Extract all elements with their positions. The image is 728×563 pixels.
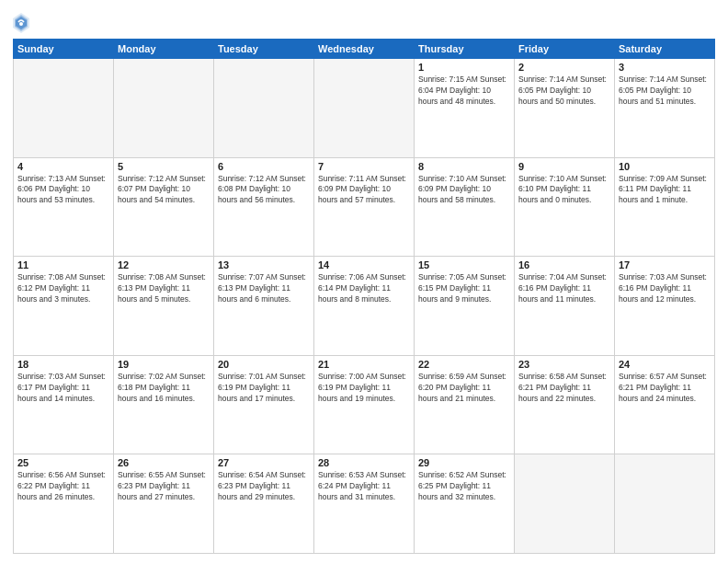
- calendar-header-monday: Monday: [114, 40, 214, 59]
- day-content: Sunrise: 6:52 AM Sunset: 6:25 PM Dayligh…: [418, 470, 510, 503]
- day-number: 12: [118, 259, 210, 270]
- day-content: Sunrise: 7:00 AM Sunset: 6:19 PM Dayligh…: [318, 372, 410, 405]
- day-content: Sunrise: 6:53 AM Sunset: 6:24 PM Dayligh…: [318, 470, 410, 503]
- page: SundayMondayTuesdayWednesdayThursdayFrid…: [0, 0, 728, 563]
- calendar-header-sunday: Sunday: [14, 40, 114, 59]
- day-content: Sunrise: 6:56 AM Sunset: 6:22 PM Dayligh…: [17, 470, 109, 503]
- calendar-cell: [515, 454, 615, 554]
- day-number: 24: [619, 359, 711, 370]
- calendar-cell: 1Sunrise: 7:15 AM Sunset: 6:04 PM Daylig…: [415, 59, 515, 158]
- calendar-week-3: 11Sunrise: 7:08 AM Sunset: 6:12 PM Dayli…: [14, 257, 715, 356]
- day-content: Sunrise: 7:10 AM Sunset: 6:10 PM Dayligh…: [518, 174, 610, 207]
- day-number: 9: [518, 161, 610, 172]
- day-content: Sunrise: 7:08 AM Sunset: 6:13 PM Dayligh…: [118, 272, 210, 305]
- calendar-header-row: SundayMondayTuesdayWednesdayThursdayFrid…: [14, 40, 715, 59]
- calendar-cell: 22Sunrise: 6:59 AM Sunset: 6:20 PM Dayli…: [415, 355, 515, 454]
- day-number: 25: [17, 457, 109, 468]
- day-content: Sunrise: 6:59 AM Sunset: 6:20 PM Dayligh…: [418, 372, 510, 405]
- day-number: 15: [418, 259, 510, 270]
- day-content: Sunrise: 7:07 AM Sunset: 6:13 PM Dayligh…: [218, 272, 310, 305]
- calendar-cell: 26Sunrise: 6:55 AM Sunset: 6:23 PM Dayli…: [114, 454, 214, 554]
- calendar-cell: 28Sunrise: 6:53 AM Sunset: 6:24 PM Dayli…: [314, 454, 415, 554]
- day-content: Sunrise: 7:12 AM Sunset: 6:07 PM Dayligh…: [118, 174, 210, 207]
- day-number: 28: [318, 457, 410, 468]
- calendar-cell: 18Sunrise: 7:03 AM Sunset: 6:17 PM Dayli…: [14, 355, 114, 454]
- calendar-cell: 4Sunrise: 7:13 AM Sunset: 6:06 PM Daylig…: [14, 157, 114, 257]
- day-number: 5: [118, 161, 210, 172]
- calendar-cell: 20Sunrise: 7:01 AM Sunset: 6:19 PM Dayli…: [214, 355, 314, 454]
- calendar-cell: 3Sunrise: 7:14 AM Sunset: 6:05 PM Daylig…: [615, 59, 715, 158]
- day-number: 21: [318, 359, 410, 370]
- day-number: 7: [318, 161, 410, 172]
- day-content: Sunrise: 7:14 AM Sunset: 6:05 PM Dayligh…: [518, 75, 610, 108]
- day-content: Sunrise: 7:03 AM Sunset: 6:17 PM Dayligh…: [17, 372, 109, 405]
- calendar-table: SundayMondayTuesdayWednesdayThursdayFrid…: [13, 39, 715, 554]
- day-content: Sunrise: 7:06 AM Sunset: 6:14 PM Dayligh…: [318, 272, 410, 305]
- day-content: Sunrise: 7:03 AM Sunset: 6:16 PM Dayligh…: [619, 272, 711, 305]
- calendar-header-friday: Friday: [515, 40, 615, 59]
- calendar-header-thursday: Thursday: [415, 40, 515, 59]
- day-number: 11: [17, 259, 109, 270]
- day-content: Sunrise: 7:09 AM Sunset: 6:11 PM Dayligh…: [619, 174, 711, 207]
- day-number: 18: [17, 359, 109, 370]
- header: [13, 9, 715, 33]
- calendar-header-saturday: Saturday: [615, 40, 715, 59]
- day-content: Sunrise: 7:13 AM Sunset: 6:06 PM Dayligh…: [17, 174, 109, 207]
- day-number: 20: [218, 359, 310, 370]
- day-number: 10: [619, 161, 711, 172]
- day-content: Sunrise: 7:05 AM Sunset: 6:15 PM Dayligh…: [418, 272, 510, 305]
- calendar-cell: 13Sunrise: 7:07 AM Sunset: 6:13 PM Dayli…: [214, 257, 314, 356]
- calendar-cell: 5Sunrise: 7:12 AM Sunset: 6:07 PM Daylig…: [114, 157, 214, 257]
- calendar-cell: 11Sunrise: 7:08 AM Sunset: 6:12 PM Dayli…: [14, 257, 114, 356]
- calendar-cell: 19Sunrise: 7:02 AM Sunset: 6:18 PM Dayli…: [114, 355, 214, 454]
- day-number: 14: [318, 259, 410, 270]
- calendar-week-1: 1Sunrise: 7:15 AM Sunset: 6:04 PM Daylig…: [14, 59, 715, 158]
- day-number: 1: [418, 62, 510, 73]
- logo-icon: [13, 13, 29, 33]
- calendar-cell: [214, 59, 314, 158]
- logo: [13, 13, 33, 33]
- day-content: Sunrise: 6:58 AM Sunset: 6:21 PM Dayligh…: [518, 372, 610, 405]
- day-content: Sunrise: 7:12 AM Sunset: 6:08 PM Dayligh…: [218, 174, 310, 207]
- day-number: 16: [518, 259, 610, 270]
- day-number: 19: [118, 359, 210, 370]
- calendar-week-5: 25Sunrise: 6:56 AM Sunset: 6:22 PM Dayli…: [14, 454, 715, 554]
- day-content: Sunrise: 7:02 AM Sunset: 6:18 PM Dayligh…: [118, 372, 210, 405]
- day-number: 2: [518, 62, 610, 73]
- calendar-cell: 21Sunrise: 7:00 AM Sunset: 6:19 PM Dayli…: [314, 355, 415, 454]
- calendar-cell: 24Sunrise: 6:57 AM Sunset: 6:21 PM Dayli…: [615, 355, 715, 454]
- day-content: Sunrise: 7:14 AM Sunset: 6:05 PM Dayligh…: [619, 75, 711, 108]
- day-number: 23: [518, 359, 610, 370]
- svg-point-2: [19, 22, 23, 26]
- day-content: Sunrise: 7:15 AM Sunset: 6:04 PM Dayligh…: [418, 75, 510, 108]
- calendar-cell: 8Sunrise: 7:10 AM Sunset: 6:09 PM Daylig…: [415, 157, 515, 257]
- calendar-header-wednesday: Wednesday: [314, 40, 415, 59]
- calendar-cell: 2Sunrise: 7:14 AM Sunset: 6:05 PM Daylig…: [515, 59, 615, 158]
- day-content: Sunrise: 6:54 AM Sunset: 6:23 PM Dayligh…: [218, 470, 310, 503]
- day-number: 4: [17, 161, 109, 172]
- calendar-cell: 6Sunrise: 7:12 AM Sunset: 6:08 PM Daylig…: [214, 157, 314, 257]
- calendar-cell: 9Sunrise: 7:10 AM Sunset: 6:10 PM Daylig…: [515, 157, 615, 257]
- day-number: 6: [218, 161, 310, 172]
- calendar-cell: 25Sunrise: 6:56 AM Sunset: 6:22 PM Dayli…: [14, 454, 114, 554]
- calendar-cell: 27Sunrise: 6:54 AM Sunset: 6:23 PM Dayli…: [214, 454, 314, 554]
- calendar-week-4: 18Sunrise: 7:03 AM Sunset: 6:17 PM Dayli…: [14, 355, 715, 454]
- calendar-header-tuesday: Tuesday: [214, 40, 314, 59]
- calendar-cell: [615, 454, 715, 554]
- calendar-cell: 7Sunrise: 7:11 AM Sunset: 6:09 PM Daylig…: [314, 157, 415, 257]
- day-content: Sunrise: 6:57 AM Sunset: 6:21 PM Dayligh…: [619, 372, 711, 405]
- calendar-cell: [314, 59, 415, 158]
- day-number: 8: [418, 161, 510, 172]
- calendar-cell: [114, 59, 214, 158]
- calendar-cell: 17Sunrise: 7:03 AM Sunset: 6:16 PM Dayli…: [615, 257, 715, 356]
- calendar-cell: 16Sunrise: 7:04 AM Sunset: 6:16 PM Dayli…: [515, 257, 615, 356]
- calendar-cell: 12Sunrise: 7:08 AM Sunset: 6:13 PM Dayli…: [114, 257, 214, 356]
- day-content: Sunrise: 6:55 AM Sunset: 6:23 PM Dayligh…: [118, 470, 210, 503]
- day-content: Sunrise: 7:01 AM Sunset: 6:19 PM Dayligh…: [218, 372, 310, 405]
- day-content: Sunrise: 7:11 AM Sunset: 6:09 PM Dayligh…: [318, 174, 410, 207]
- day-content: Sunrise: 7:10 AM Sunset: 6:09 PM Dayligh…: [418, 174, 510, 207]
- calendar-cell: 23Sunrise: 6:58 AM Sunset: 6:21 PM Dayli…: [515, 355, 615, 454]
- day-content: Sunrise: 7:08 AM Sunset: 6:12 PM Dayligh…: [17, 272, 109, 305]
- day-number: 29: [418, 457, 510, 468]
- calendar-cell: 29Sunrise: 6:52 AM Sunset: 6:25 PM Dayli…: [415, 454, 515, 554]
